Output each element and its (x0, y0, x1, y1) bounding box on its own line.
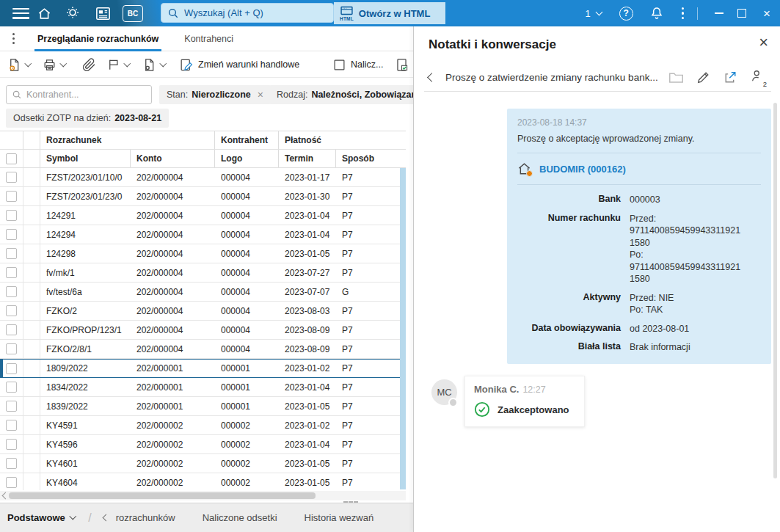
cell-konto[interactable]: 202/000004 (131, 306, 215, 316)
filter-chip-odsetki[interactable]: Odsetki ZOTP na dzień:2023-08-21 (6, 109, 169, 128)
cell-logo[interactable]: 000004 (215, 306, 279, 316)
tabs-scroll-left-icon[interactable] (102, 514, 109, 522)
close-window-button[interactable]: × (754, 7, 780, 20)
cell-symbol[interactable]: FZST/2023/01/10/0 (40, 172, 131, 183)
cell-logo[interactable]: 000004 (215, 268, 279, 278)
header-logo[interactable]: Logo (215, 150, 279, 167)
view-selector[interactable]: Podstawowe (7, 512, 75, 523)
tab-przegladanie-rozrachunkow[interactable]: Przeglądanie rozrachunków (34, 26, 161, 51)
folder-icon[interactable] (668, 70, 684, 84)
cell-sposob[interactable]: P7 (336, 420, 400, 431)
cell-termin[interactable]: 2023-01-04 (279, 230, 336, 240)
contractor-link[interactable]: BUDOMIR (000162) (539, 164, 626, 175)
cell-konto[interactable]: 202/000001 (131, 382, 215, 393)
row-checkbox[interactable] (6, 305, 17, 316)
table-row[interactable]: 124294 202/000004 000004 2023-01-04 P7 (0, 225, 406, 244)
cell-konto[interactable]: 202/000004 (131, 211, 215, 221)
table-row[interactable]: 124291 202/000004 000004 2023-01-04 P7 (0, 206, 406, 225)
cell-logo[interactable]: 000002 (215, 459, 279, 469)
table-row[interactable]: FZST/2023/01/23/0 202/000004 000004 2023… (0, 187, 406, 206)
bottom-tab-rozrachunkow[interactable]: rozrachunków (116, 512, 175, 523)
notifications-button[interactable] (649, 6, 664, 21)
bottom-tab-historia-wezwan[interactable]: Historia wezwań (305, 512, 374, 523)
header-konto[interactable]: Konto (131, 150, 215, 167)
edit-pencil-icon[interactable] (696, 70, 710, 84)
nalicz-button[interactable]: Nalicz... (333, 51, 383, 78)
table-row[interactable]: FZKO/2/8/1 202/000004 000004 2023-08-09 … (0, 340, 406, 359)
table-row[interactable]: 1839/2022 202/000001 000001 2023-01-05 P… (0, 397, 406, 416)
header-symbol[interactable]: Symbol (40, 150, 131, 167)
cell-termin[interactable]: 2023-01-04 (279, 440, 336, 450)
global-search-input[interactable]: Wyszukaj (Alt + Q) (161, 3, 334, 23)
cell-symbol[interactable]: 124291 (40, 211, 131, 221)
cell-konto[interactable]: 202/000004 (131, 172, 215, 183)
cell-termin[interactable]: 2023-07-27 (279, 268, 336, 278)
minimize-button[interactable] (708, 12, 730, 14)
row-checkbox[interactable] (6, 267, 17, 278)
table-row[interactable]: KY4591 202/000002 000002 2023-01-02 P7 (0, 416, 406, 435)
scrollbar-thumb[interactable] (9, 492, 316, 499)
cell-sposob[interactable]: P7 (336, 306, 400, 316)
scroll-left-icon[interactable] (2, 492, 10, 500)
cell-sposob[interactable]: G (336, 287, 400, 297)
cell-sposob[interactable]: P7 (336, 401, 400, 412)
row-checkbox[interactable] (6, 229, 17, 240)
cell-termin[interactable]: 2023-01-04 (279, 382, 336, 393)
cell-symbol[interactable]: 1839/2022 (40, 401, 131, 412)
cell-sposob[interactable]: P7 (336, 363, 400, 374)
cell-konto[interactable]: 202/000004 (131, 268, 215, 278)
home-button[interactable] (37, 0, 51, 26)
table-row[interactable]: FZKO/PROP/123/1 202/000004 000004 2023-0… (0, 321, 406, 340)
cell-konto[interactable]: 202/000001 (131, 363, 215, 374)
remove-filter-icon[interactable]: × (258, 89, 263, 101)
print-button[interactable] (43, 51, 66, 78)
cell-termin[interactable]: 2023-08-03 (279, 306, 336, 316)
vertical-scrollbar[interactable] (400, 168, 406, 489)
more-options-button[interactable] (682, 7, 684, 19)
cell-logo[interactable]: 000001 (215, 401, 279, 412)
cell-sposob[interactable]: P7 (336, 192, 400, 202)
tab-menu-button[interactable] (12, 33, 15, 44)
cell-termin[interactable]: 2023-07-07 (279, 287, 336, 297)
cell-sposob[interactable]: P7 (336, 478, 400, 488)
bc-app-button[interactable]: BC (123, 0, 143, 26)
cell-termin[interactable]: 2023-01-02 (279, 420, 336, 431)
cell-termin[interactable]: 2023-01-05 (279, 401, 336, 412)
cell-logo[interactable]: 000001 (215, 382, 279, 393)
cell-konto[interactable]: 202/000004 (131, 249, 215, 259)
cell-symbol[interactable]: FZKO/2/8/1 (40, 344, 131, 354)
cell-symbol[interactable]: fv/mk/1 (40, 268, 131, 278)
cell-sposob[interactable]: P7 (336, 325, 400, 335)
cell-termin[interactable]: 2023-08-09 (279, 325, 336, 335)
group-platnosc[interactable]: Płatność (279, 131, 400, 149)
cell-symbol[interactable]: KY4601 (40, 459, 131, 469)
document-approve-button[interactable] (395, 51, 409, 78)
row-checkbox[interactable] (6, 172, 17, 183)
cell-symbol[interactable]: fv/test/6a (40, 287, 131, 297)
row-checkbox[interactable] (6, 382, 17, 393)
row-checkbox[interactable] (6, 324, 17, 335)
cell-logo[interactable]: 000002 (215, 440, 279, 450)
cell-sposob[interactable]: P7 (336, 440, 400, 450)
cell-sposob[interactable]: P7 (336, 211, 400, 221)
attachments-button[interactable] (82, 51, 96, 78)
cell-termin[interactable]: 2023-01-05 (279, 459, 336, 469)
row-checkbox[interactable] (6, 363, 17, 374)
cell-konto[interactable]: 202/000004 (131, 325, 215, 335)
cell-termin[interactable]: 2023-01-02 (279, 363, 336, 374)
header-sposob[interactable]: Sposób (336, 150, 400, 167)
cell-konto[interactable]: 202/000002 (131, 459, 215, 469)
row-checkbox[interactable] (6, 401, 17, 412)
table-row[interactable]: fv/test/6a 202/000004 000004 2023-07-07 … (0, 283, 406, 302)
cell-sposob[interactable]: P7 (336, 459, 400, 469)
cell-konto[interactable]: 202/000002 (131, 478, 215, 488)
filter-chip-rodzaj[interactable]: Rodzaj:Należności, Zobowiązania (269, 85, 413, 104)
row-checkbox[interactable] (6, 191, 17, 202)
flag-button[interactable] (107, 51, 130, 78)
row-checkbox[interactable] (6, 286, 17, 297)
workspace-count-dropdown[interactable]: 1 (585, 8, 601, 19)
cell-symbol[interactable]: FZKO/2 (40, 306, 131, 316)
bottom-tab-naliczone-odsetki[interactable]: Naliczone odsetki (203, 512, 277, 523)
panel-scrollbar[interactable] (773, 103, 777, 478)
cell-konto[interactable]: 202/000004 (131, 344, 215, 354)
